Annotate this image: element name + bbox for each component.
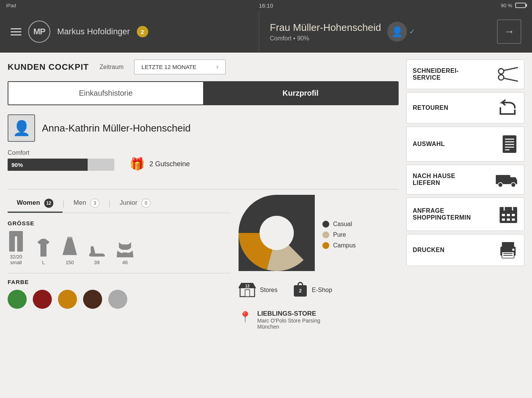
chevron-right-icon: › bbox=[216, 63, 218, 71]
service-btn-liefern[interactable]: NACH HAUSELIEFERN bbox=[406, 165, 524, 194]
sizes-section: GRÖSSE 32/20small bbox=[8, 220, 231, 265]
campus-dot bbox=[322, 242, 329, 249]
swim-icon bbox=[117, 242, 133, 257]
svg-point-5 bbox=[260, 216, 294, 250]
cat-tab-men[interactable]: Men 3 bbox=[64, 195, 109, 213]
pie-chart-container: Casual Pure Campus bbox=[239, 195, 399, 271]
menu-button[interactable] bbox=[11, 28, 21, 35]
lieblings-title: LIEBLINGS-STORE bbox=[257, 310, 320, 318]
logo: MP bbox=[28, 21, 50, 43]
tab-einkaufshistorie[interactable]: Einkaufshistorie bbox=[8, 82, 203, 104]
svg-rect-29 bbox=[507, 214, 510, 216]
store-item-eshop: 2 E-Shop bbox=[293, 281, 332, 299]
divider-2 bbox=[8, 273, 231, 273]
svg-point-22 bbox=[498, 183, 503, 187]
pure-label: Pure bbox=[333, 231, 346, 238]
cockpit-title: KUNDEN COCKPIT bbox=[8, 62, 89, 72]
cat-tab-junior[interactable]: Junior 0 bbox=[111, 195, 160, 213]
service-btn-shoppingtermin[interactable]: ANFRAGESHOPPINGTERMIN bbox=[406, 197, 524, 231]
men-badge: 3 bbox=[90, 199, 99, 208]
women-badge: 12 bbox=[44, 199, 53, 208]
farbe-title: FARBE bbox=[8, 279, 231, 285]
color-red bbox=[33, 290, 52, 309]
store-building-icon: 13 bbox=[239, 281, 256, 297]
calendar-icon bbox=[499, 205, 518, 224]
return-icon bbox=[497, 100, 518, 116]
svg-rect-21 bbox=[496, 175, 510, 184]
svg-rect-28 bbox=[502, 214, 505, 216]
service-btn-drucken[interactable]: DRUCKEN bbox=[406, 234, 524, 266]
pie-chart bbox=[239, 195, 315, 271]
svg-text:2: 2 bbox=[299, 288, 302, 294]
truck-icon bbox=[496, 172, 518, 187]
check-icon: ✓ bbox=[409, 27, 415, 36]
size-item-swim: 46 bbox=[117, 242, 133, 265]
size-item-shirt: L bbox=[35, 238, 52, 265]
exit-button[interactable]: → bbox=[497, 19, 521, 44]
svg-rect-1 bbox=[9, 236, 15, 252]
svg-rect-35 bbox=[502, 242, 514, 247]
cat-tab-women[interactable]: Women 12 bbox=[8, 195, 62, 213]
eshop-label: E-Shop bbox=[312, 287, 332, 294]
svg-rect-0 bbox=[9, 231, 23, 236]
pie-legend: Casual Pure Campus bbox=[322, 221, 356, 249]
category-tabs: Women 12 | Men 3 | Junior 0 bbox=[8, 195, 231, 213]
color-brown bbox=[83, 290, 102, 309]
legend-casual: Casual bbox=[322, 221, 356, 228]
svg-point-12 bbox=[498, 75, 504, 80]
stores-row: 13 Stores 2 bbox=[239, 281, 399, 299]
divider-1 bbox=[8, 189, 399, 189]
shopping-bag-icon: 2 bbox=[293, 281, 308, 298]
stores-icon-wrap: 13 bbox=[239, 281, 256, 299]
store-label: Stores bbox=[260, 287, 277, 294]
voucher-area: 🎁 2 Gutscheine bbox=[130, 157, 190, 171]
svg-line-14 bbox=[503, 78, 518, 81]
logo-text: MP bbox=[34, 27, 45, 37]
ipad-right-status: 90 % bbox=[501, 3, 526, 8]
user-name: Markus Hofoldinger bbox=[57, 27, 130, 37]
period-value: LETZTE 12 MONATE bbox=[141, 64, 196, 70]
svg-rect-32 bbox=[507, 218, 510, 221]
color-gold bbox=[58, 290, 77, 309]
svg-rect-31 bbox=[502, 218, 505, 221]
store-item-stores: 13 Stores bbox=[239, 281, 277, 299]
voucher-text: 2 Gutscheine bbox=[149, 160, 190, 168]
lieblings-line1: Marc O'Polo Store Parsing bbox=[257, 318, 320, 324]
svg-line-13 bbox=[503, 67, 518, 71]
casual-label: Casual bbox=[333, 221, 352, 228]
voucher-icon: 🎁 bbox=[130, 157, 145, 171]
comfort-bar-fill: 90% bbox=[8, 159, 88, 171]
svg-point-39 bbox=[512, 249, 514, 251]
colors-section: FARBE bbox=[8, 279, 231, 309]
main-tabs: Einkaufshistorie Kurzprofil bbox=[8, 81, 399, 105]
pure-dot bbox=[322, 231, 329, 238]
legend-campus: Campus bbox=[322, 242, 356, 249]
period-select[interactable]: LETZTE 12 MONATE › bbox=[134, 59, 226, 74]
customer-tier: Comfort • 90% bbox=[270, 35, 381, 42]
comfort-area: Comfort 90% bbox=[8, 149, 114, 171]
notification-badge[interactable]: 2 bbox=[137, 26, 148, 37]
size-pants: 32/20small bbox=[10, 254, 22, 265]
svg-text:13: 13 bbox=[245, 284, 250, 288]
pin-icon: 📍 bbox=[239, 311, 252, 323]
shoe-icon bbox=[88, 244, 106, 257]
svg-rect-3 bbox=[67, 237, 72, 238]
comfort-label: Comfort bbox=[8, 149, 114, 156]
pants-icon bbox=[8, 231, 24, 252]
svg-rect-2 bbox=[17, 236, 23, 252]
ipad-time: 16:10 bbox=[259, 2, 273, 9]
exit-icon: → bbox=[504, 26, 514, 38]
zeitraum-label: Zeitraum bbox=[99, 64, 123, 71]
profile-section: 👤 Anna-Kathrin Müller-Hohenscheid bbox=[8, 114, 399, 142]
service-btn-auswahl[interactable]: AUSWAHL bbox=[406, 127, 524, 162]
battery-icon bbox=[515, 3, 526, 8]
service-btn-schneiderei[interactable]: SCHNEIDEREI-SERVICE bbox=[406, 59, 524, 89]
chart-area: Casual Pure Campus bbox=[239, 195, 399, 330]
size-swim: 46 bbox=[122, 260, 128, 265]
customer-avatar: 👤 bbox=[387, 22, 407, 42]
comfort-bar: 90% bbox=[8, 159, 114, 171]
service-btn-retouren[interactable]: RETOUREN bbox=[406, 92, 524, 124]
right-sidebar: SCHNEIDEREI-SERVICE RETOUREN AUSWAHL bbox=[406, 59, 524, 393]
sizes-row: 32/20small L bbox=[8, 231, 231, 265]
tab-kurzprofil[interactable]: Kurzprofil bbox=[203, 82, 398, 104]
